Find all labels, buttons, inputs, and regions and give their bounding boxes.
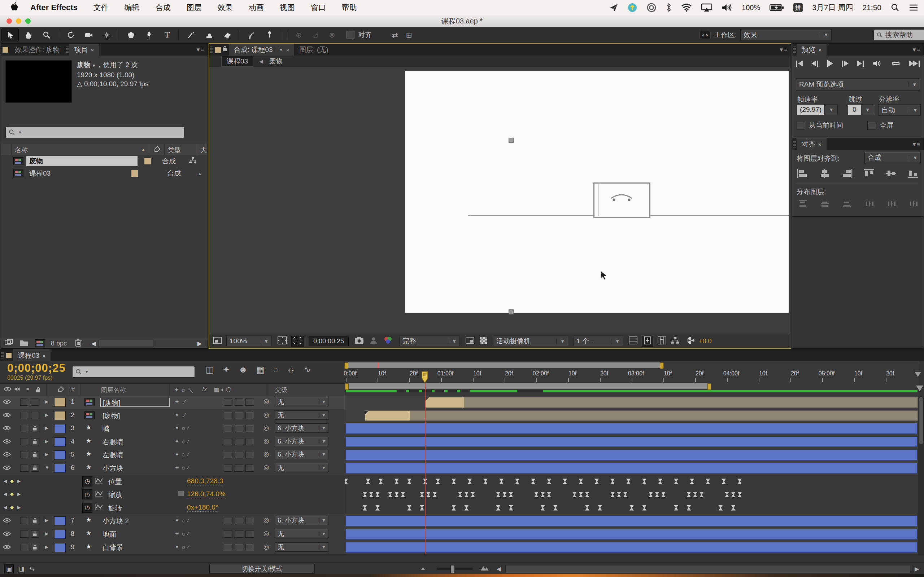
expand-arrow-icon[interactable]: ▶ <box>45 412 48 417</box>
parent-select[interactable]: 无▼ <box>275 397 328 406</box>
lock-switch-box[interactable] <box>31 530 39 538</box>
previous-frame-button[interactable] <box>811 61 818 67</box>
property-track-位置[interactable] <box>345 475 919 488</box>
next-keyframe-icon[interactable]: ▶ <box>17 505 21 510</box>
align-right-button[interactable] <box>841 168 853 179</box>
timeline-horizontal-scrollbar[interactable] <box>505 565 910 573</box>
keyframe-icon[interactable] <box>706 479 710 484</box>
tab-effect-controls[interactable]: 效果控件: 废物 <box>10 44 65 56</box>
grid-options-icon[interactable]: ⊞ <box>406 31 412 39</box>
lock-column-icon[interactable] <box>36 387 40 394</box>
property-value[interactable]: 680.3,728.3 <box>187 477 223 485</box>
align-bottom-button[interactable] <box>907 168 919 179</box>
parent-pickwhip-icon[interactable]: ◎ <box>263 437 269 445</box>
snap-checkbox[interactable] <box>347 31 354 39</box>
draft-3d-icon[interactable]: ✦ <box>223 364 230 375</box>
layer-track-2[interactable] <box>345 409 919 423</box>
keyframe-icon[interactable] <box>467 479 472 484</box>
keyframe-icon[interactable] <box>722 479 726 484</box>
view-axis-icon[interactable]: ⊗ <box>327 29 337 41</box>
layer-label-swatch[interactable] <box>54 543 66 552</box>
unified-camera-tool[interactable] <box>81 29 97 41</box>
close-icon[interactable]: × <box>91 47 94 53</box>
stopwatch-icon[interactable]: ◷ <box>82 489 92 500</box>
keyframe-icon[interactable] <box>547 492 551 497</box>
layer-switch-icons[interactable]: ✦☼∕ <box>175 517 191 524</box>
prev-keyframe-icon[interactable]: ◀ <box>3 492 7 496</box>
panel-menu-icon[interactable]: ▼≡ <box>775 44 791 56</box>
region-icon[interactable] <box>465 337 474 346</box>
chevron-down-icon[interactable]: ▼ <box>861 104 874 115</box>
play-button[interactable] <box>827 60 833 67</box>
keyframe-icon[interactable] <box>363 492 367 497</box>
last-frame-button[interactable] <box>857 61 864 67</box>
keyframe-icon[interactable] <box>553 505 558 511</box>
mode-box[interactable] <box>246 451 254 458</box>
mode-box[interactable] <box>224 464 233 472</box>
align-top-button[interactable] <box>863 168 875 179</box>
stopwatch-icon[interactable]: ◷ <box>82 503 92 513</box>
keyframe-icon[interactable] <box>725 492 729 497</box>
menu-窗口[interactable]: 窗口 <box>311 3 326 11</box>
keyframe-icon[interactable] <box>363 505 367 511</box>
keyframe-icon[interactable] <box>426 492 431 497</box>
layer-track-5[interactable] <box>345 448 919 462</box>
next-frame-button[interactable] <box>842 61 848 67</box>
snapshot-icon[interactable] <box>354 337 364 346</box>
zoom-out-mountain-icon[interactable] <box>420 566 427 572</box>
parent-select[interactable]: 无▼ <box>275 410 328 420</box>
mode-box[interactable] <box>224 398 233 406</box>
layer-bar[interactable] <box>346 516 917 527</box>
world-axis-icon[interactable]: ⊿ <box>310 29 320 41</box>
timeline-button-icon[interactable] <box>657 337 666 346</box>
keyframe-icon[interactable] <box>572 492 577 497</box>
project-search-input[interactable]: ▼ <box>5 127 184 138</box>
eye-icon[interactable] <box>3 452 11 458</box>
keyframe-icon[interactable] <box>737 479 742 484</box>
eye-icon[interactable] <box>3 439 11 445</box>
layer-label-swatch[interactable] <box>54 530 66 539</box>
comp-flowchart-icon[interactable] <box>670 337 679 346</box>
expand-arrow-icon[interactable]: ▶ <box>45 517 48 523</box>
eye-icon[interactable] <box>3 399 11 406</box>
audio-switch-box[interactable] <box>20 438 28 445</box>
keyframe-icon[interactable] <box>436 479 440 484</box>
tab-timeline-kecheng03[interactable]: 课程03× <box>13 350 50 361</box>
parent-pickwhip-icon[interactable]: ◎ <box>263 450 269 458</box>
brainstorm-icon[interactable]: ☼ <box>287 364 295 375</box>
mode-column-icons[interactable]: ▦◐⬡ <box>214 386 233 393</box>
layer-row-8[interactable]: ▶8★地面✦☼∕◎无▼ <box>0 528 345 541</box>
menu-动画[interactable]: 动画 <box>249 3 264 11</box>
menu-编辑[interactable]: 编辑 <box>124 3 140 11</box>
keyframe-icon[interactable] <box>642 479 646 484</box>
property-value[interactable]: 0x+180.0° <box>187 503 218 512</box>
expand-arrow-icon[interactable]: ▶ <box>45 451 48 457</box>
next-keyframe-icon[interactable]: ▶ <box>17 479 21 484</box>
property-row-缩放[interactable]: ◀◆▶◷缩放126.0,74.0% <box>0 488 345 501</box>
mode-box[interactable] <box>246 517 254 524</box>
layer-label-swatch[interactable] <box>54 437 66 446</box>
volume-icon[interactable] <box>722 3 732 12</box>
distribute-bottom-button[interactable] <box>841 199 853 209</box>
align-v-center-button[interactable] <box>885 168 897 179</box>
label-column-icon[interactable] <box>58 385 64 394</box>
audio-column-icon[interactable] <box>15 386 21 394</box>
camera-select[interactable]: 活动摄像机▼ <box>493 336 568 346</box>
mode-box[interactable] <box>246 425 254 432</box>
layer-bar-tail[interactable] <box>464 397 918 408</box>
layer-switch-icons[interactable]: ✦ ∕ <box>175 398 187 405</box>
project-row-kecheng03[interactable]: 课程03 合成 ▲ <box>1 167 207 180</box>
horizontal-scrollbar[interactable] <box>99 340 153 347</box>
scroll-up-icon[interactable]: ▲ <box>197 171 202 176</box>
breadcrumb-parent-comp[interactable]: 废物 <box>269 56 283 66</box>
distribute-left-button[interactable] <box>863 199 875 209</box>
minimize-window-button[interactable] <box>16 18 21 24</box>
time-ruler[interactable]: 0:00f10f20f01:00f10f20f02:00f10f20f03:00… <box>345 370 919 383</box>
first-frame-button[interactable] <box>796 61 803 67</box>
pan-behind-tool[interactable] <box>99 29 115 41</box>
lock-switch-box[interactable] <box>31 451 39 458</box>
comp-mini-flowchart-icon[interactable]: ◫ <box>206 364 214 375</box>
layer-switch-icons[interactable]: ✦☼∕ <box>175 530 191 537</box>
audio-switch-box[interactable] <box>20 451 28 458</box>
keyframe-icon[interactable] <box>496 492 500 497</box>
